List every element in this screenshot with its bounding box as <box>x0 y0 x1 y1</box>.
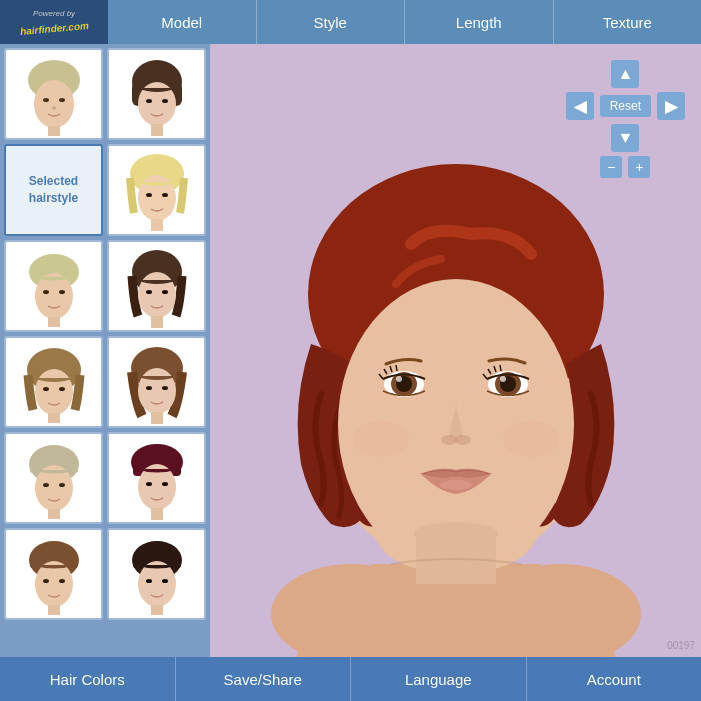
hairstyle-item-2[interactable] <box>107 48 206 140</box>
move-up-button[interactable]: ▲ <box>611 60 639 88</box>
hairstyle-grid: Selectedhairstyle <box>4 48 206 620</box>
svg-point-79 <box>455 435 471 445</box>
bottom-nav-language[interactable]: Language <box>351 657 527 701</box>
tab-length[interactable]: Length <box>405 0 554 44</box>
svg-rect-6 <box>48 126 60 136</box>
svg-rect-28 <box>151 316 163 328</box>
svg-rect-38 <box>151 412 163 424</box>
hairstyle-item-6[interactable] <box>107 240 206 332</box>
bottom-nav-save-share[interactable]: Save/Share <box>176 657 352 701</box>
svg-rect-50 <box>151 508 163 520</box>
hairstyle-preview-2 <box>118 52 196 136</box>
hairstyle-preview-9 <box>15 436 93 520</box>
svg-point-31 <box>43 387 49 391</box>
hairstyle-item-8[interactable] <box>107 336 206 428</box>
svg-point-35 <box>138 368 176 414</box>
svg-point-48 <box>146 482 152 486</box>
zoom-out-button[interactable]: − <box>600 156 622 178</box>
logo: Powered by hairfinder.com <box>0 0 108 44</box>
svg-point-73 <box>396 376 402 382</box>
svg-point-11 <box>162 99 168 103</box>
move-right-button[interactable]: ▶ <box>657 92 685 120</box>
svg-point-81 <box>353 421 409 457</box>
hairstyle-item-3-selected[interactable]: Selectedhairstyle <box>4 144 103 236</box>
svg-point-5 <box>52 106 56 110</box>
tab-style[interactable]: Style <box>257 0 406 44</box>
controls-panel: ▲ ◀ Reset ▶ ▼ − + <box>566 60 685 178</box>
top-nav-tabs: Model Style Length Texture <box>108 0 701 44</box>
svg-point-60 <box>146 579 152 583</box>
svg-point-54 <box>43 579 49 583</box>
hairstyle-item-10[interactable] <box>107 432 206 524</box>
svg-point-27 <box>162 290 168 294</box>
right-panel: ▲ ◀ Reset ▶ ▼ − + 00197 <box>210 44 701 657</box>
svg-rect-87 <box>371 584 541 657</box>
controls-row-up: ▲ <box>611 60 639 88</box>
hairstyle-preview-12 <box>118 532 196 616</box>
controls-row-zoom: − + <box>600 156 650 178</box>
hairstyle-preview-7 <box>15 340 93 424</box>
tab-model[interactable]: Model <box>108 0 257 44</box>
svg-rect-56 <box>48 605 60 615</box>
hairstyle-item-11[interactable] <box>4 528 103 620</box>
svg-point-2 <box>34 80 74 128</box>
hairstyle-preview-8 <box>118 340 196 424</box>
svg-point-82 <box>503 421 559 457</box>
hairstyle-item-7[interactable] <box>4 336 103 428</box>
main-content: Selectedhairstyle <box>0 44 701 657</box>
top-navigation: Powered by hairfinder.com Model Style Le… <box>0 0 701 44</box>
bottom-nav-hair-colors[interactable]: Hair Colors <box>0 657 176 701</box>
svg-point-25 <box>138 272 176 318</box>
hairstyle-preview-4 <box>118 148 196 232</box>
svg-point-4 <box>59 98 65 102</box>
svg-point-84 <box>414 522 498 546</box>
move-left-button[interactable]: ◀ <box>566 92 594 120</box>
logo-powered-by: Powered by <box>20 9 89 18</box>
hairstyle-item-4[interactable] <box>107 144 206 236</box>
hairstyle-preview-10 <box>118 436 196 520</box>
reset-button[interactable]: Reset <box>600 95 651 117</box>
hairstyle-preview-1 <box>15 52 93 136</box>
svg-rect-12 <box>151 124 163 136</box>
watermark: 00197 <box>667 640 695 651</box>
svg-rect-44 <box>48 509 60 519</box>
hairstyle-item-9[interactable] <box>4 432 103 524</box>
tab-texture[interactable]: Texture <box>554 0 702 44</box>
svg-point-3 <box>43 98 49 102</box>
left-panel: Selectedhairstyle <box>0 44 210 657</box>
svg-point-26 <box>146 290 152 294</box>
move-down-button[interactable]: ▼ <box>611 124 639 152</box>
bottom-navigation: Hair Colors Save/Share Language Account <box>0 657 701 701</box>
svg-point-14 <box>138 175 176 221</box>
svg-point-21 <box>43 290 49 294</box>
hairstyle-item-12[interactable] <box>107 528 206 620</box>
hairstyle-item-5[interactable] <box>4 240 103 332</box>
svg-rect-23 <box>48 317 60 327</box>
svg-rect-17 <box>151 219 163 231</box>
svg-point-49 <box>162 482 168 486</box>
svg-point-43 <box>59 483 65 487</box>
svg-point-36 <box>146 386 152 390</box>
svg-point-30 <box>35 369 73 415</box>
svg-point-61 <box>162 579 168 583</box>
svg-point-42 <box>43 483 49 487</box>
hairstyle-preview-11 <box>15 532 93 616</box>
svg-point-22 <box>59 290 65 294</box>
svg-point-80 <box>440 480 472 490</box>
hairstyle-item-1[interactable] <box>4 48 103 140</box>
svg-rect-62 <box>151 605 163 615</box>
svg-point-37 <box>162 386 168 390</box>
svg-point-10 <box>146 99 152 103</box>
svg-point-15 <box>146 193 152 197</box>
controls-row-down: ▼ <box>611 124 639 152</box>
hairstyle-preview-6 <box>118 244 196 328</box>
svg-point-77 <box>500 376 506 382</box>
hairstyle-preview-5 <box>15 244 93 328</box>
controls-row-middle: ◀ Reset ▶ <box>566 92 685 120</box>
zoom-in-button[interactable]: + <box>628 156 650 178</box>
bottom-nav-account[interactable]: Account <box>527 657 702 701</box>
logo-site-name: hairfinder.com <box>19 20 89 37</box>
svg-rect-33 <box>48 413 60 423</box>
selected-hairstyle-label: Selectedhairstyle <box>25 169 82 211</box>
svg-point-55 <box>59 579 65 583</box>
